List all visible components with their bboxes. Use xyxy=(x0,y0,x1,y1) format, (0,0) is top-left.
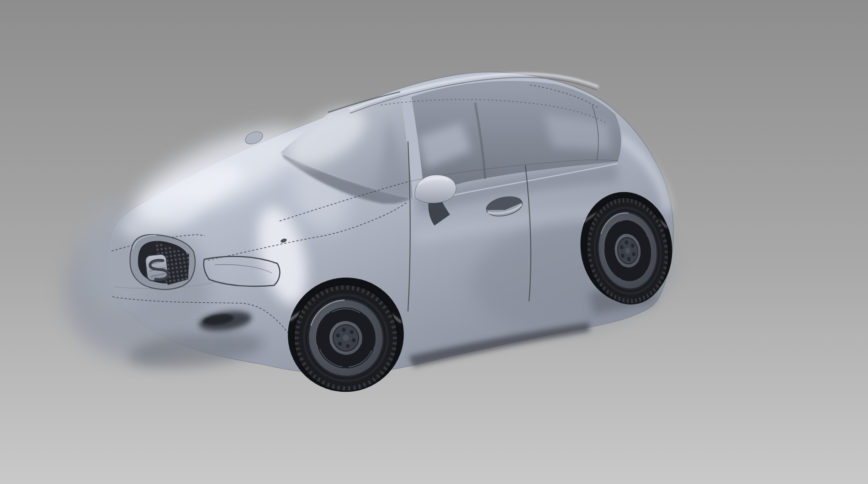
3d-viewport[interactable] xyxy=(0,0,868,484)
car-render xyxy=(0,0,868,484)
seat-badge xyxy=(145,254,169,282)
headlight xyxy=(204,257,280,287)
